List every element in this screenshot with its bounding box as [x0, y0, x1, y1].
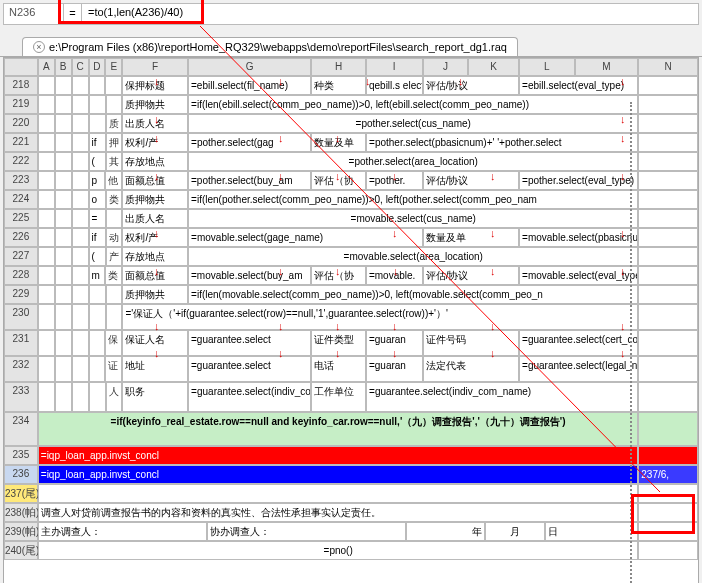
row-header[interactable]: 233	[4, 382, 38, 412]
cell-conditional[interactable]: =if(keyinfo_real_estate.row==null and ke…	[38, 412, 639, 446]
row-header[interactable]: 222	[4, 152, 38, 171]
cell[interactable]: 存放地点	[122, 152, 188, 171]
cell[interactable]: =pother.select(area_location)	[188, 152, 638, 171]
cell[interactable]: =if(len(pother.select(comm_peo_name))>0,…	[188, 190, 638, 209]
col-header[interactable]: J	[423, 58, 469, 76]
cell[interactable]: =pother.select(buy_am	[188, 171, 311, 190]
cell-invst-concl-2[interactable]: =iqp_loan_app.invst_concl	[38, 465, 639, 484]
cell[interactable]: =ebill.select(fil_name)	[188, 76, 311, 95]
col-header[interactable]: K	[468, 58, 519, 76]
row-header[interactable]: 226	[4, 228, 38, 247]
cell[interactable]: 电话	[311, 356, 366, 382]
cell[interactable]: =guaran	[366, 356, 423, 382]
col-header[interactable]: L	[519, 58, 575, 76]
cell[interactable]: =pother.select(cus_name)	[188, 114, 638, 133]
row-header[interactable]: 218	[4, 76, 38, 95]
cell[interactable]: =guarantee.select(cert_cod	[519, 330, 638, 356]
cell[interactable]: =pother.select(pbasicnum)+' '+pother.sel…	[366, 133, 638, 152]
row-header[interactable]: 235	[4, 446, 38, 465]
cell[interactable]: =guarantee.select	[188, 356, 311, 382]
cell[interactable]: 法定代表	[423, 356, 519, 382]
row-header[interactable]: 238(帕)	[4, 503, 38, 522]
row-header[interactable]: 236	[4, 465, 38, 484]
row-header[interactable]: 220	[4, 114, 38, 133]
cell[interactable]: 权利/产	[122, 133, 188, 152]
cell[interactable]: 职务	[122, 382, 188, 412]
cell[interactable]: =pother.	[366, 171, 423, 190]
cell[interactable]: =guarantee.select	[188, 330, 311, 356]
cell[interactable]: =movable.select(gage_name)	[188, 228, 423, 247]
row-header[interactable]: 227	[4, 247, 38, 266]
col-header[interactable]: A	[38, 58, 55, 76]
cell[interactable]: 评估/协议	[423, 171, 519, 190]
row-header[interactable]: 225	[4, 209, 38, 228]
close-tab-icon[interactable]: ×	[33, 41, 45, 53]
cell[interactable]: 评估/协议	[423, 76, 519, 95]
cell-pno[interactable]: =pno()	[38, 541, 638, 560]
cell[interactable]: ='保证人（'+if(guarantee.select(row)==null,'…	[122, 304, 638, 330]
col-header[interactable]: G	[188, 58, 311, 76]
col-header[interactable]: D	[89, 58, 106, 76]
cell[interactable]: 面额总值	[122, 266, 188, 285]
col-header[interactable]: M	[575, 58, 639, 76]
cell[interactable]: =pother.select(eval_type)	[519, 171, 638, 190]
cell[interactable]: =ebill.select(eval_type)	[519, 76, 638, 95]
cell[interactable]: 种类	[311, 76, 366, 95]
cell[interactable]: =guarantee.select(indiv_com_job_ttl)	[188, 382, 311, 412]
cell[interactable]: 评估（协	[311, 266, 366, 285]
col-header[interactable]: C	[72, 58, 89, 76]
cell[interactable]: =movable.	[366, 266, 423, 285]
col-header[interactable]: N	[638, 58, 698, 76]
row-header[interactable]: 231	[4, 330, 38, 356]
cell-month[interactable]: 月	[485, 522, 545, 541]
cell-main-investigator[interactable]: 主办调查人：	[38, 522, 207, 541]
cell[interactable]: 权利/产	[122, 228, 188, 247]
cell[interactable]: 面额总值	[122, 171, 188, 190]
cell[interactable]: =movable.select(pbasicnum	[519, 228, 638, 247]
row-header[interactable]: 223	[4, 171, 38, 190]
cell[interactable]: =movable.select(cus_name)	[188, 209, 638, 228]
row-header[interactable]: 221	[4, 133, 38, 152]
cell[interactable]: 数量及单	[311, 133, 366, 152]
cell[interactable]: 质押物共	[122, 190, 188, 209]
cell[interactable]: =if(len(movable.select(comm_peo_name))>0…	[188, 285, 638, 304]
cell[interactable]: =guaran	[366, 330, 423, 356]
col-header[interactable]: F	[122, 58, 188, 76]
row-header[interactable]: 237(尾)	[4, 484, 38, 503]
cell[interactable]: =guarantee.select(indiv_com_name)	[366, 382, 638, 412]
corner-cell[interactable]	[4, 58, 38, 76]
cell-declaration[interactable]: 调查人对贷前调查报告书的内容和资料的真实性、合法性承担事实认定责任。	[38, 503, 638, 522]
cell[interactable]: =movable.select(buy_am	[188, 266, 311, 285]
cell[interactable]: =guarantee.select(legal_na	[519, 356, 638, 382]
cell-year[interactable]: 年	[406, 522, 486, 541]
row-header[interactable]: 229	[4, 285, 38, 304]
cell-day[interactable]: 日	[545, 522, 638, 541]
cell[interactable]: 数量及单	[423, 228, 519, 247]
row-header[interactable]: 230	[4, 304, 38, 330]
cell[interactable]: 质押物共	[122, 95, 188, 114]
cell[interactable]: =pother.select(gag	[188, 133, 311, 152]
cell[interactable]: 保押标题	[122, 76, 188, 95]
cell[interactable]: 质押物共	[122, 285, 188, 304]
cell-invst-concl[interactable]: =iqp_loan_app.invst_concl	[38, 446, 639, 465]
row-header[interactable]: 234	[4, 412, 38, 446]
cell[interactable]: 评估/协议	[423, 266, 519, 285]
spreadsheet-grid[interactable]: A B C D E F G H I J K L M N 218 保押标题 =eb…	[3, 57, 699, 583]
cell[interactable]: 工作单位	[311, 382, 366, 412]
cell[interactable]: 出质人名	[122, 209, 188, 228]
cell[interactable]: =movable.select(eval_type)	[519, 266, 638, 285]
cell[interactable]: 存放地点	[122, 247, 188, 266]
cell[interactable]: 保证人名	[122, 330, 188, 356]
row-header[interactable]: 228	[4, 266, 38, 285]
cell[interactable]: 评估（协	[311, 171, 366, 190]
cell[interactable]: 证件号码	[423, 330, 519, 356]
col-header[interactable]: H	[311, 58, 366, 76]
row-header[interactable]: 232	[4, 356, 38, 382]
row-header[interactable]: 240(尾)	[4, 541, 38, 560]
col-header[interactable]: I	[366, 58, 423, 76]
cell[interactable]: qebill.s elect(evs	[366, 76, 423, 95]
cell-reference-box[interactable]: N236	[4, 4, 64, 24]
cell[interactable]: =movable.select(area_location)	[188, 247, 638, 266]
row-header[interactable]: 219	[4, 95, 38, 114]
row-header[interactable]: 239(帕)	[4, 522, 38, 541]
